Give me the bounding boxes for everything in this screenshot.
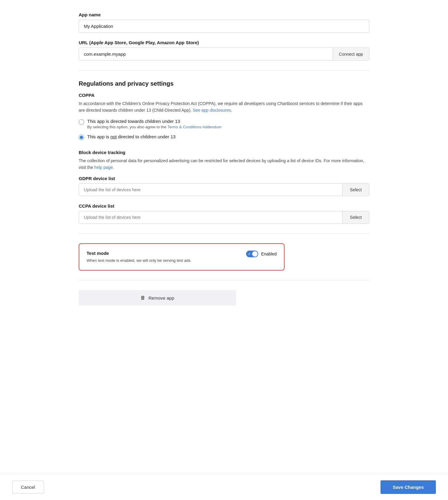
test-mode-title: Test mode: [87, 251, 236, 256]
remove-app-button[interactable]: 🗑 Remove app: [79, 290, 236, 305]
coppa-not-directed-label: This app is not directed to children und…: [87, 134, 176, 139]
gdpr-input[interactable]: [79, 184, 342, 196]
see-disclosures-link[interactable]: See app disclosures: [193, 108, 231, 113]
terms-conditions-link[interactable]: Terms & Conditions Addendum: [167, 125, 221, 129]
coppa-child-radio[interactable]: [79, 119, 84, 125]
ccpa-input[interactable]: [79, 211, 342, 223]
remove-app-label: Remove app: [148, 295, 174, 301]
toggle-check-icon: ✓: [248, 252, 251, 256]
save-changes-button[interactable]: Save Changes: [380, 480, 436, 494]
connect-app-button[interactable]: Connect app: [333, 48, 369, 60]
block-tracking-title: Block device tracking: [79, 150, 369, 155]
gdpr-select-button[interactable]: Select: [342, 184, 369, 196]
footer-bar: Cancel Save Changes: [0, 474, 448, 500]
block-tracking-description: The collection of personal data for pers…: [79, 157, 369, 171]
ccpa-row: Select: [79, 211, 369, 224]
block-tracking-section: Block device tracking The collection of …: [79, 150, 369, 224]
test-mode-content: Test mode When test mode is enabled, we …: [87, 251, 236, 264]
app-name-input[interactable]: [79, 20, 369, 33]
coppa-radio-child-option: This app is directed towards children un…: [79, 119, 369, 129]
coppa-not-directed-radio[interactable]: [79, 135, 84, 140]
toggle-knob: [252, 251, 258, 257]
footer-spacer: [79, 305, 369, 336]
coppa-description: In accordance with the Children's Online…: [79, 100, 369, 114]
coppa-child-label: This app is directed towards children un…: [87, 119, 221, 124]
gdpr-row: Select: [79, 183, 369, 196]
test-mode-box: Test mode When test mode is enabled, we …: [79, 243, 285, 271]
test-mode-description: When test mode is enabled, we will only …: [87, 258, 236, 264]
ccpa-section: CCPA device list Select: [79, 203, 369, 224]
url-input[interactable]: [79, 48, 333, 60]
regulations-section: Regulations and privacy settings COPPA I…: [79, 80, 369, 224]
trash-icon: 🗑: [140, 295, 145, 301]
coppa-radio-group: This app is directed towards children un…: [79, 119, 369, 140]
app-name-label: App name: [79, 12, 369, 17]
remove-app-divider: [79, 280, 369, 281]
coppa-radio-not-directed-option: This app is not directed to children und…: [79, 134, 369, 140]
regulations-title: Regulations and privacy settings: [79, 80, 369, 87]
test-mode-toggle[interactable]: ✓: [246, 251, 258, 257]
toggle-label: Enabled: [261, 252, 277, 256]
coppa-section: COPPA In accordance with the Children's …: [79, 93, 369, 140]
coppa-title: COPPA: [79, 93, 369, 98]
ccpa-label: CCPA device list: [79, 203, 369, 209]
section-divider: [79, 70, 369, 71]
test-mode-toggle-area: ✓ Enabled: [246, 251, 277, 257]
url-label: URL (Apple App Store, Google Play, Amazo…: [79, 40, 369, 45]
cancel-button[interactable]: Cancel: [12, 481, 44, 494]
help-page-link[interactable]: help page: [94, 165, 113, 170]
gdpr-label: GDPR device list: [79, 176, 369, 181]
ccpa-select-button[interactable]: Select: [342, 211, 369, 223]
url-row: Connect app: [79, 48, 369, 61]
test-mode-divider: [79, 233, 369, 234]
coppa-child-sublabel: By selecting this option, you also agree…: [87, 125, 221, 129]
gdpr-section: GDPR device list Select: [79, 176, 369, 196]
